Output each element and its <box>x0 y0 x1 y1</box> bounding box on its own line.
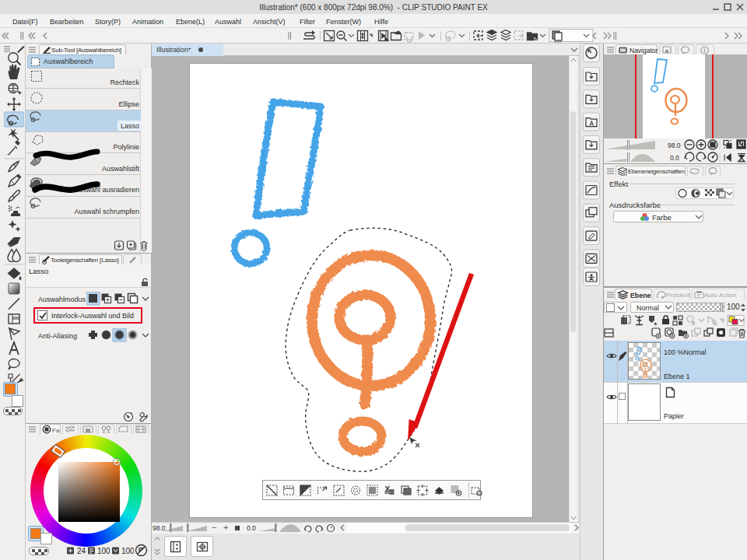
svg-text:Fa: Fa <box>52 427 60 434</box>
svg-text:100: 100 <box>97 547 110 555</box>
svg-text:24: 24 <box>77 547 86 555</box>
svg-text:100: 100 <box>121 547 134 555</box>
